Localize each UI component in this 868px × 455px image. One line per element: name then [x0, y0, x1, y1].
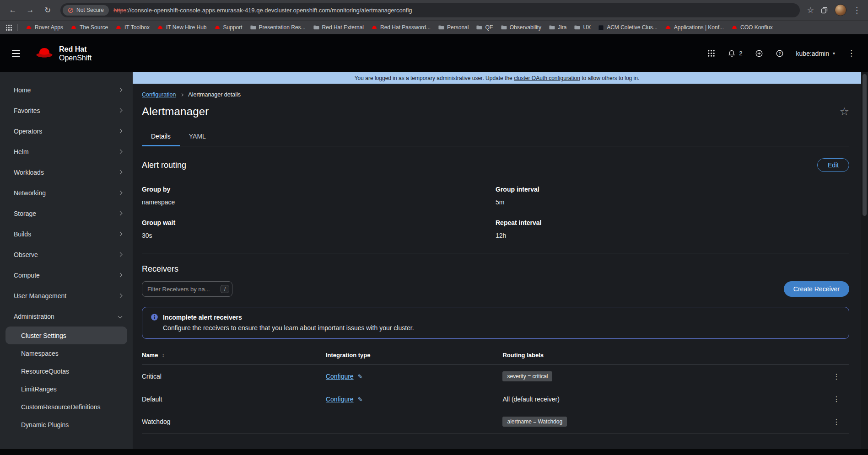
sidebar-item-label: Networking — [14, 189, 46, 197]
back-button[interactable]: ← — [5, 3, 20, 17]
sidebar-item-user-management[interactable]: User Management — [0, 285, 133, 306]
chevron-right-icon — [118, 273, 123, 278]
app-launcher-icon[interactable] — [707, 49, 715, 57]
brand-text: Red Hat OpenShift — [59, 45, 92, 62]
redhat-icon — [115, 25, 122, 30]
notification-count: 2 — [739, 50, 742, 57]
address-bar[interactable]: Not Secure https://console-openshift-con… — [60, 3, 800, 17]
security-chip[interactable]: Not Secure — [63, 5, 109, 16]
bookmark-item-support[interactable]: Support — [210, 23, 246, 32]
bookmarks-divider — [17, 24, 18, 31]
bookmark-item-acm-coletive-clus[interactable]: ACM Coletive Clus... — [594, 23, 661, 32]
sidebar-item-storage[interactable]: Storage — [0, 203, 133, 224]
bookmark-item-it-toolbox[interactable]: IT Toolbox — [112, 23, 153, 32]
user-menu[interactable]: kube:admin ▾ — [796, 50, 835, 57]
apps-grid-icon[interactable] — [5, 24, 13, 31]
bookmark-item-ux[interactable]: UX — [570, 23, 594, 32]
sidebar-item-compute[interactable]: Compute — [0, 265, 133, 285]
scrollbar-thumb[interactable] — [863, 74, 867, 216]
reload-button[interactable]: ↻ — [40, 3, 55, 17]
integration-cell: Configure✎ — [326, 365, 503, 388]
help-icon[interactable]: ? — [776, 49, 784, 58]
create-receiver-button[interactable]: Create Receiver — [784, 281, 849, 297]
sidebar-item-label: User Management — [14, 292, 66, 300]
brand-logo[interactable]: Red Hat OpenShift — [35, 45, 92, 62]
bookmark-item-red-hat-external[interactable]: Red Hat External — [309, 23, 367, 32]
sidebar-item-workloads[interactable]: Workloads — [0, 162, 133, 182]
bookmark-item-rover-apps[interactable]: Rover Apps — [22, 23, 67, 32]
tab-yaml[interactable]: YAML — [180, 128, 215, 146]
sidebar-item-favorites[interactable]: Favorites — [0, 100, 133, 121]
masthead-right: 2 ? kube:admin ▾ ⋮ — [707, 48, 855, 58]
sidebar-subitem-label: LimitRanges — [21, 385, 57, 393]
bookmark-item-personal[interactable]: Personal — [434, 23, 472, 32]
bookmark-item-jira[interactable]: Jira — [545, 23, 570, 32]
sidebar-item-limitranges[interactable]: LimitRanges — [0, 380, 133, 398]
bookmark-item-applications-konf[interactable]: Applications | Konf... — [661, 23, 728, 32]
breadcrumb: Configuration Alertmanager details — [142, 91, 849, 98]
receiver-filter-input[interactable] — [147, 286, 218, 293]
bookmark-label: Support — [223, 24, 243, 31]
vertical-scrollbar[interactable] — [861, 72, 868, 449]
sidebar-item-observe[interactable]: Observe — [0, 244, 133, 265]
notifications-button[interactable]: 2 — [728, 49, 742, 58]
bookmark-item-observability[interactable]: Observability — [497, 23, 545, 32]
sidebar-item-customresourcedefinitions[interactable]: CustomResourceDefinitions — [0, 398, 133, 416]
breadcrumb-configuration-link[interactable]: Configuration — [142, 91, 176, 98]
bookmark-item-coo-konflux[interactable]: COO Konflux — [728, 23, 776, 32]
sidebar-item-helm[interactable]: Helm — [0, 141, 133, 162]
quick-create-icon[interactable] — [755, 49, 763, 58]
sidebar-item-operators[interactable]: Operators — [0, 121, 133, 141]
tab-details[interactable]: Details — [142, 128, 180, 146]
field-value: namespace — [142, 198, 496, 206]
sidebar-item-label: Helm — [14, 148, 29, 155]
bookmark-label: COO Konflux — [740, 24, 773, 31]
bookmark-item-red-hat-password[interactable]: Red Hat Password... — [367, 23, 434, 32]
row-kebab-menu-icon[interactable]: ⋮ — [829, 417, 844, 427]
url-text: https://console-openshift-console.apps.e… — [113, 7, 412, 14]
sidebar-item-builds[interactable]: Builds — [0, 224, 133, 244]
pencil-icon[interactable]: ✎ — [358, 396, 363, 403]
row-kebab-menu-icon[interactable]: ⋮ — [829, 372, 844, 381]
receivers-table: Name↕ Integration type Routing labels Cr… — [142, 352, 849, 434]
main-content: You are logged in as a temporary adminis… — [133, 72, 868, 449]
bell-icon — [728, 49, 736, 58]
masthead-kebab-icon[interactable]: ⋮ — [847, 48, 855, 58]
sidebar-item-administration[interactable]: Administration — [0, 306, 133, 327]
svg-text:?: ? — [778, 51, 781, 56]
profile-avatar[interactable] — [835, 4, 846, 16]
sidebar-item-label: Operators — [14, 128, 42, 135]
forward-button[interactable]: → — [23, 3, 38, 17]
column-header-name[interactable]: Name↕ — [142, 352, 326, 365]
sidebar-item-cluster-settings[interactable]: Cluster Settings — [5, 327, 127, 344]
sort-icon[interactable]: ↕ — [162, 352, 164, 359]
pencil-icon[interactable]: ✎ — [358, 373, 363, 380]
tab-groups-icon[interactable] — [820, 6, 828, 14]
hamburger-menu-icon[interactable] — [7, 46, 25, 61]
username: kube:admin — [796, 50, 829, 57]
chevron-right-icon — [118, 88, 123, 92]
bookmark-item-qe[interactable]: QE — [472, 23, 496, 32]
sidebar-item-dynamic-plugins[interactable]: Dynamic Plugins — [0, 416, 133, 434]
sidebar: HomeFavoritesOperatorsHelmWorkloadsNetwo… — [0, 72, 133, 449]
oauth-configuration-link[interactable]: cluster OAuth configuration — [514, 75, 580, 81]
bookmark-star-icon[interactable]: ☆ — [807, 5, 814, 15]
browser-menu-icon[interactable]: ⋮ — [853, 5, 861, 15]
sidebar-item-home[interactable]: Home — [0, 80, 133, 100]
chevron-right-icon — [118, 232, 123, 236]
bookmark-item-the-source[interactable]: The Source — [67, 23, 112, 32]
configure-link[interactable]: Configure — [326, 373, 354, 380]
configure-link[interactable]: Configure — [326, 396, 354, 403]
breadcrumb-current: Alertmanager details — [188, 91, 241, 98]
banner-text-after: to allow others to log in. — [580, 75, 639, 81]
incomplete-receivers-alert: Incomplete alert receivers Configure the… — [142, 307, 849, 339]
bookmark-item-it-new-hire-hub[interactable]: IT New Hire Hub — [153, 23, 210, 32]
edit-button[interactable]: Edit — [817, 158, 849, 172]
row-kebab-menu-icon[interactable]: ⋮ — [829, 394, 844, 404]
favorite-star-icon[interactable]: ☆ — [839, 106, 849, 117]
receiver-name: Watchdog — [142, 410, 326, 434]
sidebar-item-resourcequotas[interactable]: ResourceQuotas — [0, 362, 133, 380]
sidebar-item-namespaces[interactable]: Namespaces — [0, 344, 133, 362]
sidebar-item-networking[interactable]: Networking — [0, 182, 133, 203]
bookmark-item-presentation-res[interactable]: Presentation Res... — [246, 23, 309, 32]
